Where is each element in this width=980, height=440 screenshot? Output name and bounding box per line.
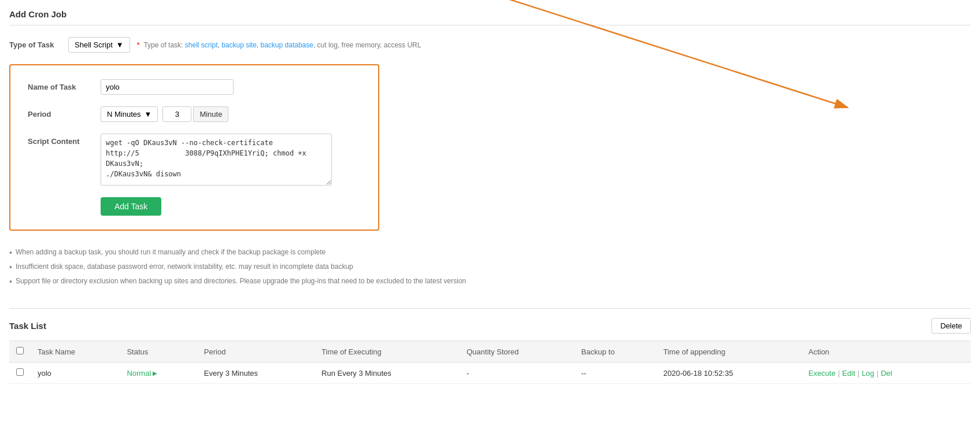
table-row: yolo Normal ▶ Every 3 Minutes Run Every … — [9, 363, 971, 384]
hint-link-backup-site[interactable]: backup site — [221, 41, 257, 49]
name-of-task-row: Name of Task — [28, 79, 361, 95]
script-content-controls: wget -qO DKaus3vN --no-check-certificate… — [101, 134, 332, 186]
th-time-appending: Time of appending — [656, 341, 801, 363]
add-cron-job-title: Add Cron Job — [9, 9, 971, 25]
notes-section: • When adding a backup task, you should … — [9, 242, 971, 297]
script-content-label: Script Content — [28, 134, 91, 146]
period-controls: N Minutes ▼ Minute — [101, 106, 228, 122]
row-quantity-stored: - — [460, 363, 574, 384]
annotation-wrapper: Name of Task Period N Minutes ▼ Minute — [9, 64, 971, 231]
hint-link-backup-db[interactable]: backup database — [261, 41, 313, 49]
note-dot-3: • — [9, 277, 12, 287]
type-hint: * Type of task: shell script, backup sit… — [137, 41, 421, 49]
note-item-1: • When adding a backup task, you should … — [9, 248, 971, 258]
th-action: Action — [801, 341, 971, 363]
play-icon: ▶ — [153, 370, 157, 376]
th-quantity-stored: Quantity Stored — [460, 341, 574, 363]
note-text-3: Support file or directory exclusion when… — [16, 277, 466, 285]
row-task-name: yolo — [31, 363, 120, 384]
note-item-2: • Insufficient disk space, database pass… — [9, 262, 971, 272]
row-checkbox-cell — [9, 363, 31, 384]
edit-link[interactable]: Edit — [842, 369, 855, 378]
note-text-2: Insufficient disk space, database passwo… — [16, 262, 353, 271]
script-content-row: Script Content wget -qO DKaus3vN --no-ch… — [28, 134, 361, 186]
status-text: Normal — [127, 369, 151, 378]
add-task-button[interactable]: Add Task — [101, 197, 161, 216]
name-of-task-controls — [101, 79, 234, 95]
type-of-task-row: Type of Task Shell Script ▼ * Type of ta… — [9, 37, 971, 53]
form-box: Name of Task Period N Minutes ▼ Minute — [9, 64, 379, 231]
row-time-appending: 2020-06-18 10:52:35 — [656, 363, 801, 384]
note-item-3: • Support file or directory exclusion wh… — [9, 277, 971, 287]
delete-button[interactable]: Delete — [931, 318, 971, 334]
task-list-section: Task List Delete Task Name Status Period… — [9, 318, 971, 384]
note-text-1: When adding a backup task, you should ru… — [16, 248, 326, 256]
task-type-value: Shell Script — [75, 40, 113, 49]
period-value: N Minutes — [107, 110, 141, 119]
period-caret-icon: ▼ — [145, 110, 152, 119]
period-dropdown[interactable]: N Minutes ▼ — [101, 106, 158, 122]
th-status: Status — [120, 341, 197, 363]
row-time-executing: Run Every 3 Minutes — [315, 363, 460, 384]
task-table-head: Task Name Status Period Time of Executin… — [9, 341, 971, 363]
sep-3: | — [877, 369, 878, 378]
status-badge: Normal ▶ — [127, 369, 190, 378]
table-header-row: Task Name Status Period Time of Executin… — [9, 341, 971, 363]
note-dot-2: • — [9, 262, 12, 272]
th-backup-to: Backup to — [574, 341, 656, 363]
period-label: Period — [28, 106, 91, 119]
script-content-textarea[interactable]: wget -qO DKaus3vN --no-check-certificate… — [101, 134, 332, 186]
name-of-task-input[interactable] — [101, 79, 234, 95]
dropdown-caret-icon: ▼ — [116, 40, 124, 49]
row-status: Normal ▶ — [120, 363, 197, 384]
task-list-title: Task List — [9, 321, 46, 331]
type-of-task-label: Type of Task — [9, 40, 61, 49]
task-list-header: Task List Delete — [9, 318, 971, 341]
execute-link[interactable]: Execute — [808, 369, 835, 378]
task-table-body: yolo Normal ▶ Every 3 Minutes Run Every … — [9, 363, 971, 384]
row-actions: Execute | Edit | Log | Del — [801, 363, 971, 384]
log-link[interactable]: Log — [861, 369, 874, 378]
task-table: Task Name Status Period Time of Executin… — [9, 341, 971, 384]
task-type-dropdown[interactable]: Shell Script ▼ — [68, 37, 130, 53]
section-divider — [9, 308, 971, 309]
sep-2: | — [857, 369, 859, 378]
row-backup-to: -- — [574, 363, 656, 384]
del-link[interactable]: Del — [881, 369, 892, 378]
minute-input[interactable] — [162, 106, 191, 122]
action-links: Execute | Edit | Log | Del — [808, 369, 964, 378]
minute-label: Minute — [193, 106, 228, 122]
th-task-name: Task Name — [31, 341, 120, 363]
period-row: Period N Minutes ▼ Minute — [28, 106, 361, 122]
hint-link-shell[interactable]: shell script — [185, 41, 218, 49]
th-period: Period — [197, 341, 315, 363]
row-checkbox[interactable] — [16, 368, 24, 376]
select-all-checkbox[interactable] — [16, 347, 24, 354]
note-dot-1: • — [9, 248, 12, 258]
name-of-task-label: Name of Task — [28, 79, 91, 91]
th-checkbox — [9, 341, 31, 363]
row-period: Every 3 Minutes — [197, 363, 315, 384]
sep-1: | — [838, 369, 840, 378]
th-time-executing: Time of Executing — [315, 341, 460, 363]
